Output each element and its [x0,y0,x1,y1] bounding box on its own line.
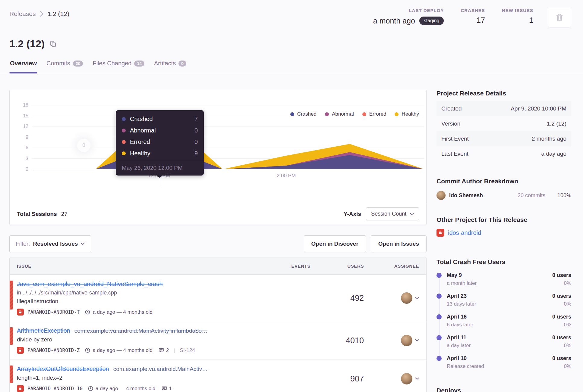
assignee-avatar [401,335,412,346]
assignee-avatar [401,373,412,384]
clock-icon [88,386,93,391]
crash-free-users-section: Total Crash Free Users May 90 users a mo… [436,258,571,369]
crash-free-timeline: May 90 users a month later0% April 230 u… [436,272,571,369]
coffee-cup-icon [18,386,23,391]
timeline-dot-icon [436,314,442,319]
deploys-section: Deploys [436,387,571,392]
author-row: Ido Shemesh 20 commits 100% [436,191,571,200]
filter-label: Filter: [16,241,30,247]
issue-culprit: com.example.vu.android.MainActivity in l… [74,328,207,334]
issue-message: length=1; index=2 [17,375,350,381]
clock-icon [85,348,90,353]
filter-value: Resolved Issues [33,241,78,247]
open-in-discover-button[interactable]: Open in Discover [304,235,366,252]
stat-value: 17 [477,17,485,24]
section-heading: Project Release Details [436,90,571,97]
crashed-dot-icon [122,117,126,121]
y-axis-tick-label: 9 [13,134,28,140]
tooltip-row: Errored0 [116,136,204,148]
project-platform-icon [17,385,24,392]
project-slug: PARANOID-ANDROID-Z [27,347,80,353]
issue-age: a day ago — 4 months old [93,347,152,353]
assignee-dropdown[interactable] [401,373,419,384]
open-in-issues-button[interactable]: Open in Issues [371,235,427,252]
tab-overview[interactable]: Overview [9,59,37,73]
project-release-details-section: Project Release Details CreatedApr 9, 20… [436,90,571,161]
tooltip-row: Crashed7 [116,113,204,125]
tab-files-changed[interactable]: Files Changed14 [92,59,145,73]
delete-release-button[interactable] [548,8,571,27]
timeline-dot-icon [436,335,442,340]
assignee-dropdown[interactable] [401,335,419,346]
tab-label: Overview [10,60,37,67]
filter-dropdown[interactable]: Filter: Resolved Issues [9,235,91,252]
timeline-dot-icon [436,294,442,299]
project-platform-icon [17,309,24,316]
commit-author-breakdown-section: Commit Author Breakdown Ido Shemesh 20 c… [436,178,571,200]
tab-count-badge: 0 [178,61,186,67]
section-heading: Deploys [436,387,571,392]
tooltip-arrow [157,176,162,178]
issue-message: IllegalInstruction [17,298,350,305]
chevron-right-icon [40,11,43,17]
breadcrumb-releases-link[interactable]: Releases [9,10,36,17]
stat-label: NEW ISSUES [502,8,533,13]
section-heading: Other Project for This Release [436,216,571,223]
issues-table: ISSUE EVENTS USERS ASSIGNEE Java_com_exa… [9,257,427,392]
project-platform-icon [436,229,444,237]
issue-users-count: 7 [359,374,364,384]
author-avatar [436,191,446,200]
total-sessions-label: Total Sessions [17,211,57,217]
column-header-events: EVENTS [265,263,310,269]
tab-artifacts[interactable]: Artifacts0 [153,59,187,73]
issue-title-link[interactable]: ArithmeticException [17,327,70,334]
legend-item-crashed[interactable]: Crashed [290,111,317,117]
legend-item-healthy[interactable]: Healthy [395,111,419,117]
y-axis-tick-label: 0 [13,166,28,172]
tab-commits[interactable]: Commits20 [46,59,84,73]
issue-message: divide by zero [17,336,346,343]
tooltip-row: Healthy9 [116,148,204,159]
legend-label: Errored [369,111,386,117]
comment-icon [159,348,164,353]
clock-icon [85,310,90,315]
issue-culprit: in ../../../../src/main/cpp/native-sampl… [17,290,350,296]
detail-row: CreatedApr 9, 2020 10:00 PM [436,101,571,116]
other-project-link[interactable]: idos-android [448,229,481,236]
coffee-cup-icon [18,348,23,353]
abnormal-dot-icon [122,129,126,132]
issue-comments: 2 [159,347,169,353]
chart-legend: Crashed Abnormal Errored Healthy [290,111,419,117]
issue-title-link[interactable]: Java_com_example_vu_android_NativeSample… [17,281,163,288]
abnormal-dot-icon [325,112,329,116]
breadcrumb: Releases 1.2 (12) [9,10,69,17]
assignee-dropdown[interactable] [401,292,419,304]
column-header-users: USERS [310,263,364,269]
y-axis-tick-label: 12 [13,123,28,129]
release-stats: LAST DEPLOY a month ago staging CRASHES … [373,8,571,27]
chevron-down-icon [415,339,419,342]
yaxis-selected-value: Session Count [371,211,406,217]
yaxis-select[interactable]: Session Count [366,207,419,220]
meta-divider: | [174,347,175,353]
section-heading: Commit Author Breakdown [436,178,571,185]
issue-age: a day ago — 4 months old [93,309,152,315]
tab-label: Artifacts [154,60,176,67]
legend-label: Abnormal [332,111,354,117]
timeline-dot-icon [436,273,442,278]
issue-title-link[interactable]: ArrayIndexOutOfBoundsException [17,366,109,372]
y-axis-tick-label: 3 [13,156,28,161]
legend-item-abnormal[interactable]: Abnormal [325,111,354,117]
stat-label: LAST DEPLOY [409,8,444,13]
issue-level-indicator [10,366,13,383]
coffee-cup-icon [438,230,443,235]
stat-label: CRASHES [461,8,485,13]
environment-badge: staging [419,17,444,25]
copy-version-button[interactable] [49,40,57,48]
issue-age: a day ago — 4 months old [96,386,155,392]
y-axis-tick-label: 15 [13,113,28,119]
legend-item-errored[interactable]: Errored [362,111,386,117]
legend-label: Healthy [402,111,419,117]
issues-table-header: ISSUE EVENTS USERS ASSIGNEE [10,257,426,275]
errored-dot-icon [122,140,126,144]
